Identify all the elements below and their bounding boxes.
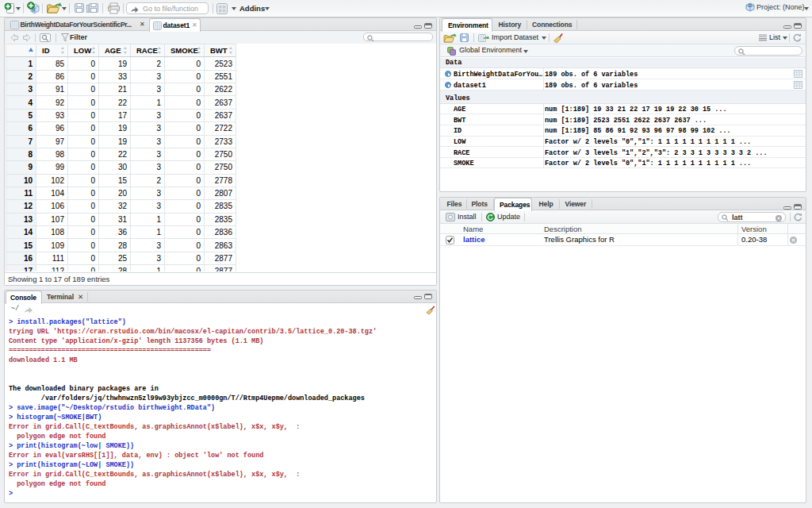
svg-text:R: R <box>749 3 753 8</box>
